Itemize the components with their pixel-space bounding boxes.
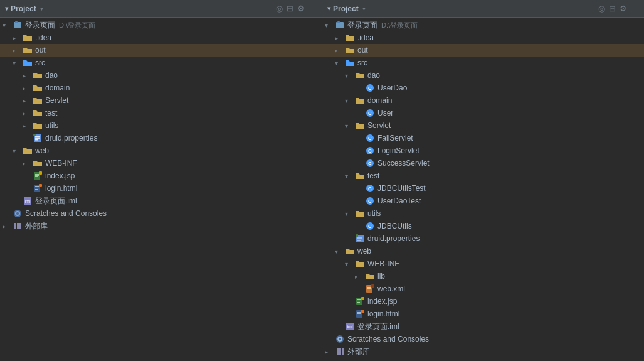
tree-item[interactable]: 外部库: [0, 220, 322, 232]
tree-item[interactable]: src: [0, 57, 322, 69]
tree-item[interactable]: domain: [322, 94, 644, 107]
tree-item[interactable]: 登录页面D:\登录页面: [0, 19, 322, 31]
tree-arrow[interactable]: [345, 122, 355, 129]
tree-item[interactable]: CJDBCUtilsTest: [322, 182, 644, 195]
class-icon: C: [365, 183, 375, 193]
tree-item-label: utils: [367, 209, 381, 218]
tree-item[interactable]: 外部库: [322, 345, 644, 358]
tree-arrow[interactable]: [335, 35, 345, 41]
target-icon[interactable]: ◎: [598, 4, 605, 13]
gear-icon[interactable]: ⚙: [620, 4, 627, 13]
tree-arrow[interactable]: [345, 72, 355, 79]
tree-item[interactable]: iml登录页面.iml: [322, 320, 644, 333]
tree-arrow[interactable]: [355, 273, 365, 280]
tree-item[interactable]: lib: [322, 270, 644, 283]
tree-arrow[interactable]: [23, 72, 33, 79]
folder_plain-icon: [33, 158, 43, 168]
tree-item[interactable]: index.jsp: [0, 170, 322, 182]
collapse-icon[interactable]: ⊟: [609, 4, 616, 13]
tree-arrow[interactable]: [335, 47, 345, 54]
tree-arrow[interactable]: [325, 22, 335, 29]
tree-arrow[interactable]: [23, 160, 33, 167]
tree-arrow[interactable]: [13, 47, 23, 54]
tree-item[interactable]: druid.properties: [0, 132, 322, 144]
tree-arrow[interactable]: [335, 60, 345, 67]
svg-text:C: C: [368, 198, 372, 204]
tree-item[interactable]: CLoginServlet: [322, 144, 644, 157]
folder_plain-icon: [345, 33, 355, 43]
svg-rect-45: [357, 237, 362, 238]
svg-rect-55: [357, 301, 361, 301]
tree-item[interactable]: web: [322, 245, 644, 257]
tree-arrow[interactable]: [345, 261, 355, 267]
tree-item[interactable]: WEB-INF: [0, 157, 322, 170]
tree-item[interactable]: utils: [0, 119, 322, 132]
svg-text:C: C: [368, 161, 372, 166]
tree-arrow[interactable]: [3, 223, 13, 230]
tree-arrow[interactable]: [345, 210, 355, 217]
tree-item[interactable]: utils: [322, 207, 644, 220]
tree-item[interactable]: out: [0, 44, 322, 57]
tree-arrow[interactable]: [345, 97, 355, 104]
svg-rect-4: [35, 136, 40, 137]
panel-title-arrow[interactable]: ▾: [327, 5, 330, 12]
tree-item[interactable]: druid.properties: [322, 232, 644, 245]
tree-item[interactable]: web.xml: [322, 283, 644, 295]
target-icon[interactable]: ◎: [276, 4, 283, 13]
collapse-icon[interactable]: ⊟: [287, 4, 293, 13]
tree-arrow[interactable]: [23, 110, 33, 117]
tree-item[interactable]: CJDBCUtils: [322, 220, 644, 232]
tree-arrow[interactable]: [13, 35, 23, 41]
tree-item[interactable]: Scratches and Consoles: [322, 333, 644, 345]
tree-item[interactable]: login.html: [0, 182, 322, 195]
svg-rect-2: [15, 21, 18, 23]
folder_plain-icon: [355, 70, 365, 80]
panel-dropdown-icon[interactable]: ▾: [40, 6, 43, 12]
tree-item[interactable]: Servlet: [322, 119, 644, 132]
panel-title-arrow[interactable]: ▾: [5, 5, 8, 12]
tree-item-label: web: [357, 247, 371, 256]
tree-item[interactable]: web: [0, 144, 322, 157]
tree-arrow[interactable]: [13, 148, 23, 154]
tree-item[interactable]: out: [322, 44, 644, 57]
tree-item[interactable]: CUserDaoTest: [322, 195, 644, 207]
tree-item[interactable]: .idea: [0, 31, 322, 44]
minimize-icon[interactable]: —: [631, 4, 639, 13]
tree-item[interactable]: .idea: [322, 31, 644, 44]
tree-item[interactable]: iml登录页面.iml: [0, 195, 322, 207]
tree-item[interactable]: WEB-INF: [322, 257, 644, 270]
tree-item[interactable]: index.jsp: [322, 295, 644, 308]
svg-point-65: [336, 335, 344, 343]
gear-icon[interactable]: ⚙: [297, 4, 305, 13]
tree-item[interactable]: dao: [322, 69, 644, 82]
tree-arrow[interactable]: [23, 97, 33, 104]
tree-item[interactable]: login.html: [322, 308, 644, 320]
tree-arrow[interactable]: [23, 122, 33, 129]
tree-item[interactable]: CFailServlet: [322, 132, 644, 144]
folder_src-icon: [23, 58, 33, 68]
minimize-icon[interactable]: —: [309, 4, 317, 13]
tree-arrow[interactable]: [335, 248, 345, 255]
tree-arrow[interactable]: [3, 22, 13, 29]
tree-item[interactable]: test: [0, 107, 322, 119]
xml-icon: [365, 284, 375, 294]
tree-item[interactable]: dao: [0, 69, 322, 82]
html-icon: [33, 183, 43, 193]
tree-item[interactable]: src: [322, 57, 644, 69]
tree-item[interactable]: 登录页面D:\登录页面: [322, 19, 644, 31]
tree-arrow[interactable]: [325, 348, 335, 355]
tree-item[interactable]: Servlet: [0, 94, 322, 107]
tree-item[interactable]: CUserDao: [322, 82, 644, 94]
tree-arrow[interactable]: [23, 85, 33, 92]
folder_plain-icon: [23, 33, 33, 43]
tree-item[interactable]: CSuccessServlet: [322, 157, 644, 170]
tree-arrow[interactable]: [345, 173, 355, 180]
tree-item-label: User: [377, 109, 393, 117]
tree-item[interactable]: test: [322, 170, 644, 182]
tree-arrow[interactable]: [13, 60, 23, 67]
tree-item-label: src: [35, 58, 45, 67]
panel-dropdown-icon[interactable]: ▾: [362, 6, 366, 12]
tree-item[interactable]: Scratches and Consoles: [0, 207, 322, 220]
tree-item[interactable]: CUser: [322, 107, 644, 119]
tree-item[interactable]: domain: [0, 82, 322, 94]
